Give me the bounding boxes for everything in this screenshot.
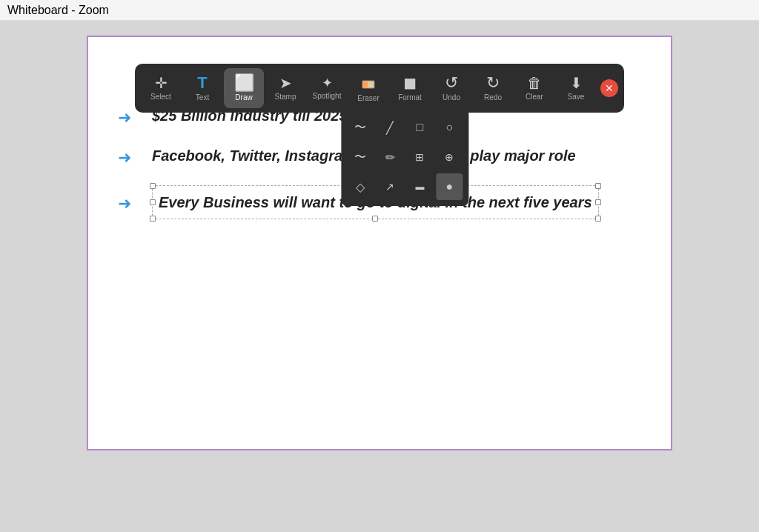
format-icon: ◼ <box>403 75 417 91</box>
title-bar: Whiteboard - Zoom <box>0 0 759 21</box>
draw-arrow[interactable]: ↗ <box>377 173 403 200</box>
redo-label: Redo <box>484 93 502 102</box>
toolbar-stamp[interactable]: ➤ Stamp <box>265 68 305 108</box>
draw-circle[interactable]: ○ <box>436 114 463 141</box>
draw-globe[interactable]: ⊕ <box>436 144 463 170</box>
select-icon: ✛ <box>155 76 168 90</box>
format-label: Format <box>398 93 422 102</box>
spotlight-label: Spotlight <box>313 92 342 100</box>
text-label: Text <box>196 93 209 102</box>
toolbar-text[interactable]: T Text <box>182 68 222 108</box>
toolbar-spotlight[interactable]: ✦ Spotlight <box>307 68 347 108</box>
whiteboard-area: ✛ Select T Text ⬜ Draw ➤ Stamp ✦ Spotlig… <box>0 21 759 532</box>
select-label: Select <box>150 93 171 101</box>
handle-bl[interactable] <box>150 216 156 222</box>
save-icon: ⬇ <box>570 76 583 90</box>
bullet-arrow-2: ➜ <box>118 148 140 167</box>
draw-rect[interactable]: □ <box>406 114 433 141</box>
toolbar-select[interactable]: ✛ Select <box>141 68 181 108</box>
draw-subtoolbar: 〜 ╱ □ ○ 〜 ✏ ⊞ ⊕ ◇ ↗ ▬ ● <box>341 108 468 206</box>
draw-grid[interactable]: ⊞ <box>406 144 433 170</box>
save-label: Save <box>568 93 585 101</box>
handle-tr[interactable] <box>595 183 601 189</box>
toolbar-eraser[interactable]: Eraser <box>348 68 388 108</box>
draw-icon: ⬜ <box>234 75 254 91</box>
draw-diamond[interactable]: ◇ <box>347 173 374 200</box>
draw-rect-filled[interactable]: ▬ <box>406 173 433 200</box>
eraser-label: Eraser <box>357 94 379 102</box>
undo-label: Undo <box>443 93 460 102</box>
draw-wave1[interactable]: 〜 <box>347 114 374 141</box>
spotlight-icon: ✦ <box>322 76 333 90</box>
redo-icon: ↻ <box>486 75 500 91</box>
text-icon: T <box>197 75 207 91</box>
stamp-icon: ➤ <box>279 76 292 90</box>
draw-line[interactable]: ╱ <box>377 114 403 141</box>
undo-icon: ↺ <box>445 75 458 91</box>
toolbar-format[interactable]: ◼ Format <box>390 68 430 108</box>
handle-tl[interactable] <box>150 183 156 189</box>
svg-rect-1 <box>362 81 368 88</box>
draw-label: Draw <box>235 93 252 102</box>
eraser-icon <box>361 75 376 92</box>
clear-label: Clear <box>526 93 543 101</box>
close-button[interactable]: ✕ <box>600 79 618 97</box>
bullet-arrow-3: ➜ <box>118 194 140 213</box>
toolbar-redo[interactable]: ↻ Redo <box>473 68 513 108</box>
bullet-arrow-1: ➜ <box>118 108 140 127</box>
handle-bm[interactable] <box>372 216 378 222</box>
draw-wave2[interactable]: 〜 <box>347 144 374 170</box>
handle-mr[interactable] <box>595 199 601 205</box>
clear-icon: 🗑 <box>527 76 542 90</box>
toolbar-save[interactable]: ⬇ Save <box>556 68 596 108</box>
draw-circle-filled[interactable]: ● <box>436 173 463 200</box>
app-title: Whiteboard - Zoom <box>7 4 109 17</box>
toolbar-clear[interactable]: 🗑 Clear <box>514 68 554 108</box>
draw-pencil[interactable]: ✏ <box>377 144 403 170</box>
toolbar: ✛ Select T Text ⬜ Draw ➤ Stamp ✦ Spotlig… <box>135 64 624 113</box>
handle-br[interactable] <box>595 216 601 222</box>
handle-ml[interactable] <box>150 199 156 205</box>
toolbar-undo[interactable]: ↺ Undo <box>431 68 471 108</box>
stamp-label: Stamp <box>275 93 296 101</box>
toolbar-draw[interactable]: ⬜ Draw <box>224 68 264 108</box>
